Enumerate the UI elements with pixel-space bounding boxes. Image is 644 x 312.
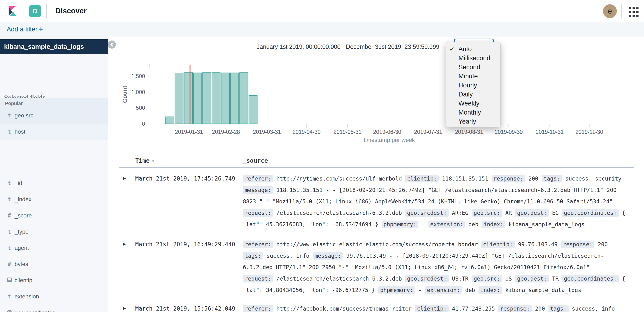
field-value: { [622, 276, 626, 282]
interval-option-minute[interactable]: Minute [446, 72, 500, 81]
field-name-badge: extension: [428, 221, 465, 228]
field-item-agent[interactable]: tagent [0, 240, 108, 256]
source-line: request: /elasticsearch/elasticsearch-6.… [243, 207, 625, 219]
histogram-bar[interactable] [175, 73, 183, 124]
histogram-chart: 05001,0001,5002019-01-312019-02-282019-0… [119, 57, 634, 146]
histogram-bar[interactable] [203, 73, 211, 124]
histogram-bar[interactable] [221, 73, 230, 124]
histogram-bar[interactable] [212, 73, 220, 124]
histogram-bar[interactable] [194, 73, 202, 124]
top-navigation-bar: D Discover e [0, 0, 644, 22]
field-value: "lat": 34.80434056, "lon": -96.6712775 } [243, 287, 375, 293]
field-name: extension [14, 293, 39, 300]
interval-option-monthly[interactable]: Monthly [446, 108, 500, 117]
source-line: "lat": 34.80434056, "lon": -96.6712775 }… [243, 284, 625, 296]
field-name: bytes [14, 261, 28, 268]
source-line: 8823 "-" "Mozilla/5.0 (X11; Linux i686) … [243, 196, 625, 207]
field-value: AR:EG [452, 210, 468, 216]
histogram-bar[interactable] [230, 73, 239, 124]
y-tick-label: 1,500 [131, 73, 145, 79]
source-line: 6.3.2.deb HTTP/1.1" 200 2950 "-" "Mozill… [243, 262, 625, 273]
histogram-bar[interactable] [184, 73, 192, 124]
apps-grid-icon[interactable] [629, 7, 640, 17]
field-item-geo.src[interactable]: tgeo.src [0, 107, 108, 124]
field-value: TR [552, 276, 559, 282]
field-name-badge: tags: [548, 305, 568, 312]
string-field-icon: t [5, 245, 14, 251]
plus-icon: + [39, 25, 43, 33]
row-source: referer: http://www.elastic-elastic-elas… [243, 239, 625, 296]
interval-dropdown-menu: ✓AutoMillisecondSecondMinuteHourlyDailyW… [446, 42, 501, 127]
field-name-badge: referer: [243, 241, 273, 248]
field-value: 118.151.35.151 [442, 175, 488, 182]
field-name-badge: index: [478, 286, 502, 294]
field-item-clientip[interactable]: clientip [0, 272, 108, 289]
field-value: 6.3.2.deb HTTP/1.1" 200 2950 "-" "Mozill… [243, 264, 590, 270]
expand-row-icon[interactable]: ▶ [123, 176, 126, 181]
field-item-bytes[interactable]: #bytes [0, 256, 108, 272]
field-value: "lat": 45.36216083, "lon": -68.53474694 … [243, 221, 378, 227]
fields-sidebar: kibana_sample_data_logs Selected fields … [0, 36, 108, 312]
geo-point-field-icon [5, 309, 14, 312]
field-value: http://facebook.com/success/thomas-reite… [276, 306, 412, 312]
interval-option-millisecond[interactable]: Millisecond [446, 54, 500, 63]
field-name-badge: tags: [542, 175, 562, 182]
index-pattern-selector[interactable]: kibana_sample_data_logs [0, 39, 108, 54]
field-value: /elasticsearch/elasticsearch-6.3.2.deb [276, 276, 402, 282]
interval-option-weekly[interactable]: Weekly [446, 99, 500, 108]
popular-fields-list: tgeo.srcthost [0, 107, 108, 140]
expand-row-icon[interactable]: ▶ [123, 306, 126, 311]
field-item-_score[interactable]: #_score [0, 207, 108, 224]
expand-row-icon[interactable]: ▶ [123, 242, 126, 247]
histogram-bar[interactable] [249, 96, 257, 124]
topbar-separator [46, 4, 47, 18]
field-name-badge: response: [492, 175, 525, 182]
string-field-icon: t [5, 112, 14, 119]
field-name-badge: response: [561, 241, 595, 248]
user-avatar[interactable]: e [603, 4, 617, 18]
y-tick-label: 0 [142, 121, 145, 127]
interval-option-auto[interactable]: ✓Auto [446, 44, 500, 54]
x-axis-label: timestamp per week [364, 137, 415, 143]
time-column-header[interactable]: Time▼ [135, 157, 155, 164]
field-name-badge: geo.dest: [515, 209, 549, 217]
sort-descending-icon: ▼ [152, 159, 155, 163]
topbar-separator [23, 4, 23, 18]
field-item-_type[interactable]: t_type [0, 224, 108, 240]
kibana-logo[interactable] [7, 5, 18, 18]
field-name-badge: phpmemory: [378, 286, 415, 294]
topbar-separator [621, 4, 622, 18]
page-title: Discover [55, 7, 86, 15]
field-name: agent [14, 245, 29, 251]
app-badge[interactable]: D [29, 5, 41, 17]
field-name: _type [14, 228, 28, 235]
field-value: http://nytimes.com/success/ulf-merbold [276, 175, 402, 182]
x-tick-label: 2019-07-31 [414, 129, 442, 135]
row-source: referer: http://nytimes.com/success/ulf-… [243, 173, 625, 230]
interval-option-yearly[interactable]: Yearly [446, 117, 500, 126]
x-tick-label: 2019-09-30 [495, 129, 523, 135]
field-value: 8823 "-" "Mozilla/5.0 (X11; Linux i686) … [243, 198, 613, 205]
interval-option-daily[interactable]: Daily [446, 90, 500, 99]
field-item-_index[interactable]: t_index [0, 191, 108, 207]
field-item-geo.coordinates[interactable]: geo.coordinates [0, 305, 108, 312]
field-value: AR [505, 210, 512, 216]
field-name: _index [14, 196, 32, 203]
field-name-badge: clientip: [415, 305, 449, 312]
field-value: 200 [535, 306, 545, 312]
interval-option-second[interactable]: Second [446, 63, 500, 72]
field-item-_id[interactable]: t_id [0, 175, 108, 191]
collapse-sidebar-button[interactable] [108, 40, 116, 49]
source-line: tags: success, info message: 99.76.103.4… [243, 250, 625, 262]
x-tick-label: 2019-02-28 [212, 129, 240, 135]
field-item-host[interactable]: thost [0, 124, 108, 140]
field-item-extension[interactable]: textension [0, 289, 108, 305]
field-name-badge: response: [498, 305, 532, 312]
field-value: success, security [565, 175, 621, 182]
histogram-bar[interactable] [240, 73, 248, 124]
add-filter-button[interactable]: Add a filter+ [7, 25, 43, 33]
interval-option-hourly[interactable]: Hourly [446, 81, 500, 90]
field-name: geo.src [14, 112, 34, 119]
field-value: US [505, 276, 512, 282]
histogram-bar[interactable] [166, 117, 174, 124]
